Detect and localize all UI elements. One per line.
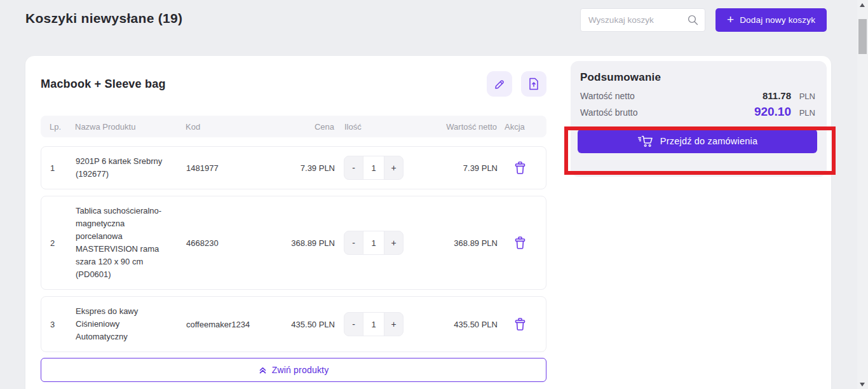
quantity-stepper: - 1 + — [344, 312, 403, 336]
summary-section: Podsumowanie Wartość netto 811.78 PLN Wa… — [571, 61, 827, 389]
delete-product-button[interactable] — [512, 316, 528, 332]
qty-minus-button[interactable]: - — [344, 231, 363, 254]
collapse-products-label: Zwiń produkty — [272, 365, 329, 375]
qty-value[interactable]: 1 — [363, 231, 384, 254]
go-to-order-button[interactable]: Przejdź do zamówienia — [578, 129, 817, 153]
product-price: 7.39 PLN — [269, 163, 340, 173]
pencil-icon — [494, 78, 506, 90]
product-net: 435.50 PLN — [414, 320, 503, 329]
trash-icon — [513, 236, 527, 250]
summary-title: Podsumowanie — [580, 71, 815, 84]
scroll-thumb[interactable] — [858, 19, 867, 54]
gross-value: 920.10 — [754, 105, 791, 119]
gross-label: Wartość brutto — [580, 107, 754, 118]
table-row: 3 Ekspres do kawy Ciśnieniowy Automatycz… — [41, 296, 546, 352]
product-code: 4668230 — [186, 238, 269, 248]
row-lp: 2 — [50, 238, 76, 248]
net-value: 811.78 — [763, 90, 791, 101]
qty-plus-button[interactable]: + — [384, 313, 403, 336]
qty-minus-button[interactable]: - — [344, 156, 363, 179]
header-action: Akcja — [502, 122, 538, 132]
product-code: coffeemaker1234 — [186, 320, 269, 329]
gross-row: Wartość brutto 920.10 PLN — [580, 105, 815, 119]
product-name: Ekspres do kawy Ciśnieniowy Automatyczny — [76, 305, 172, 343]
table-row: 1 9201P 6 kartek Srebrny (192677) 148197… — [41, 146, 546, 189]
delete-product-button[interactable] — [512, 160, 528, 176]
file-export-icon — [528, 78, 539, 90]
product-net: 368.89 PLN — [414, 238, 503, 248]
product-name: Tablica suchościeralno-magnetyczna porce… — [76, 205, 172, 281]
net-label: Wartość netto — [580, 91, 763, 101]
summary-panel: Podsumowanie Wartość netto 811.78 PLN Wa… — [571, 61, 827, 177]
qty-value[interactable]: 1 — [363, 156, 384, 179]
qty-value[interactable]: 1 — [363, 313, 384, 336]
qty-plus-button[interactable]: + — [384, 156, 403, 179]
trash-icon — [513, 317, 527, 331]
delete-product-button[interactable] — [512, 235, 528, 251]
row-lp: 1 — [50, 163, 76, 173]
header-lp: Lp. — [50, 122, 75, 132]
table-header: Lp. Nazwa Produktu Kod Cena Ilość Wartoś… — [41, 116, 546, 137]
collapse-products-button[interactable]: Zwiń produkty — [41, 358, 546, 382]
add-new-cart-button[interactable]: + Dodaj nowy koszyk — [715, 8, 827, 32]
header-qty: Ilość — [339, 122, 413, 132]
net-currency: PLN — [796, 92, 815, 101]
product-price: 435.50 PLN — [269, 320, 340, 329]
table-row: 2 Tablica suchościeralno-magnetyczna por… — [41, 196, 546, 290]
product-code: 1481977 — [186, 163, 269, 173]
search-input[interactable] — [588, 15, 688, 25]
plus-icon: + — [727, 13, 734, 25]
add-new-cart-label: Dodaj nowy koszyk — [740, 15, 815, 25]
search-icon[interactable] — [688, 15, 698, 25]
products-section: Macbook + Sleeve bag Lp. Nazwa Produktu … — [41, 71, 546, 389]
qty-minus-button[interactable]: - — [344, 313, 363, 336]
product-price: 368.89 PLN — [269, 238, 340, 248]
cart-search — [580, 8, 705, 32]
trash-icon — [513, 161, 527, 175]
quantity-stepper: - 1 + — [344, 156, 403, 180]
page-scrollbar[interactable] — [857, 0, 868, 389]
cart-card: Macbook + Sleeve bag Lp. Nazwa Produktu … — [25, 56, 831, 389]
product-net: 7.39 PLN — [414, 163, 503, 173]
page-title: Koszyki niewysłane (19) — [25, 11, 182, 26]
product-name: 9201P 6 kartek Srebrny (192677) — [76, 155, 172, 181]
quantity-stepper: - 1 + — [344, 231, 403, 255]
scroll-up-button[interactable] — [860, 3, 865, 7]
cart-icon — [637, 135, 654, 147]
gross-currency: PLN — [796, 108, 815, 118]
header-net: Wartość netto — [413, 122, 502, 132]
go-to-order-label: Przejdź do zamówienia — [660, 136, 757, 146]
header-price: Cena — [268, 122, 339, 132]
export-cart-button[interactable] — [521, 71, 546, 97]
cart-title: Macbook + Sleeve bag — [41, 78, 166, 91]
chevrons-up-icon — [259, 366, 267, 374]
edit-cart-button[interactable] — [487, 71, 512, 97]
scroll-down-button[interactable] — [860, 383, 865, 386]
row-lp: 3 — [50, 320, 76, 329]
header-code: Kod — [186, 122, 268, 132]
qty-plus-button[interactable]: + — [384, 231, 403, 254]
net-row: Wartość netto 811.78 PLN — [580, 90, 815, 101]
header-name: Nazwa Produktu — [75, 122, 186, 132]
